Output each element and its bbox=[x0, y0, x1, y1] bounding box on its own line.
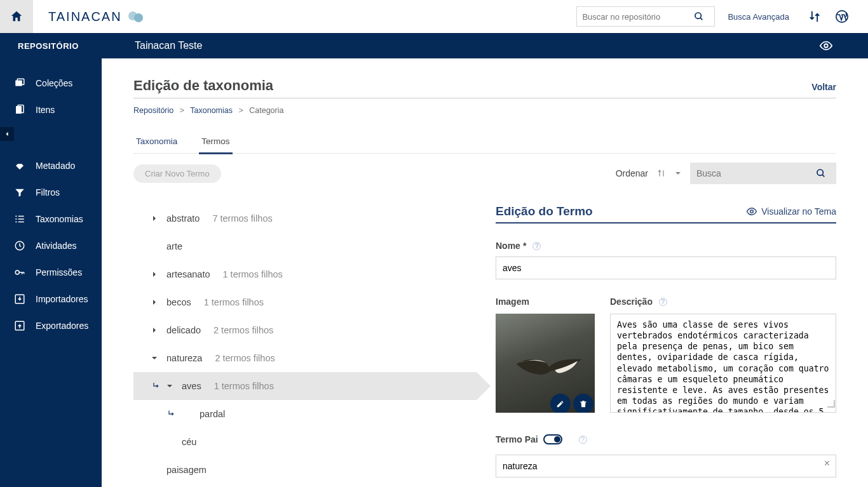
svg-line-24 bbox=[822, 175, 824, 177]
chevron-right-icon[interactable] bbox=[151, 215, 163, 222]
parent-label: Termo Pai bbox=[496, 434, 538, 444]
sidebar-item-taxonomias[interactable]: Taxonomias bbox=[0, 206, 102, 232]
terms-search-input[interactable] bbox=[690, 168, 816, 178]
term-name: arte bbox=[166, 241, 182, 251]
back-link[interactable]: Voltar bbox=[811, 82, 836, 92]
term-name: céu bbox=[182, 437, 196, 447]
sort-icon[interactable] bbox=[808, 10, 821, 23]
section-label: REPOSITÓRIO bbox=[0, 41, 102, 51]
importers-icon bbox=[14, 293, 27, 305]
term-name: aves bbox=[182, 381, 201, 391]
svg-line-3 bbox=[700, 18, 702, 20]
parent-term-input[interactable] bbox=[496, 455, 836, 477]
chevron-right-icon[interactable] bbox=[151, 327, 163, 333]
permissions-icon bbox=[14, 267, 27, 278]
view-in-theme-link[interactable]: Visualizar no Tema bbox=[746, 206, 836, 217]
terms-search[interactable] bbox=[690, 163, 836, 184]
term-name-input[interactable] bbox=[496, 257, 836, 279]
term-name: delicado bbox=[166, 325, 201, 335]
sidebar-item-exportadores[interactable]: Exportadores bbox=[0, 312, 102, 339]
svg-rect-6 bbox=[15, 81, 22, 86]
term-row-abstrato[interactable]: abstrato7 termos filhos bbox=[133, 204, 477, 232]
desc-label: Descrição bbox=[610, 297, 653, 307]
svg-point-5 bbox=[824, 44, 828, 48]
metadata-icon bbox=[14, 160, 27, 171]
page-title: Edição de taxonomia bbox=[133, 77, 273, 94]
edit-term-title: Edição do Termo bbox=[496, 204, 593, 218]
term-row-arte[interactable]: arte bbox=[133, 232, 477, 260]
help-icon[interactable]: ? bbox=[659, 298, 667, 306]
term-children-count: 2 termos filhos bbox=[215, 353, 275, 363]
term-name: pardal bbox=[200, 409, 225, 419]
child-arrow-icon bbox=[166, 409, 177, 419]
term-description-input[interactable] bbox=[610, 314, 836, 413]
sidebar-label: Exportadores bbox=[36, 321, 88, 331]
chevron-right-icon[interactable] bbox=[151, 271, 163, 277]
view-icon[interactable] bbox=[819, 39, 833, 53]
sort-dropdown-icon[interactable] bbox=[675, 170, 681, 177]
term-image bbox=[496, 314, 595, 413]
term-children-count: 1 termos filhos bbox=[214, 381, 274, 391]
help-icon[interactable]: ? bbox=[579, 436, 587, 444]
order-label: Ordenar bbox=[616, 168, 648, 178]
search-icon[interactable] bbox=[816, 168, 836, 178]
sidebar-item-filtros[interactable]: Filtros bbox=[0, 179, 102, 206]
search-icon[interactable] bbox=[694, 11, 714, 22]
breadcrumb: Repositório > Taxonomias > Categoria bbox=[133, 106, 836, 115]
sidebar-item-itens[interactable]: Itens bbox=[0, 97, 102, 123]
logo-text: TAINACAN bbox=[48, 10, 122, 24]
activities-icon bbox=[14, 240, 27, 251]
sidebar-item-importadores[interactable]: Importadores bbox=[0, 286, 102, 312]
chevron-down-icon[interactable] bbox=[151, 355, 163, 361]
term-row-artesanato[interactable]: artesanato1 termos filhos bbox=[133, 260, 477, 288]
sidebar-item-atividades[interactable]: Atividades bbox=[0, 232, 102, 259]
advanced-search-link[interactable]: Busca Avançada bbox=[728, 12, 789, 22]
tab-taxonomia[interactable]: Taxonomia bbox=[133, 137, 180, 153]
svg-point-2 bbox=[695, 13, 701, 18]
new-term-button[interactable]: Criar Novo Termo bbox=[133, 164, 221, 183]
sidebar-item-permissoes[interactable]: Permissões bbox=[0, 259, 102, 286]
tab-termos[interactable]: Termos bbox=[199, 137, 232, 154]
chevron-down-icon[interactable] bbox=[166, 383, 178, 389]
sidebar-label: Taxonomias bbox=[36, 214, 83, 224]
term-row-céu[interactable]: céu bbox=[133, 428, 477, 456]
sort-direction-icon[interactable] bbox=[657, 169, 666, 178]
parent-toggle[interactable] bbox=[543, 434, 562, 444]
term-row-becos[interactable]: becos1 termos filhos bbox=[133, 288, 477, 316]
term-row-aves[interactable]: aves1 termos filhos bbox=[133, 372, 477, 400]
exporters-icon bbox=[14, 320, 27, 331]
required-star: * bbox=[523, 241, 526, 251]
repository-search-input[interactable] bbox=[577, 12, 694, 22]
delete-image-button[interactable] bbox=[573, 394, 593, 413]
collapse-sidebar-button[interactable] bbox=[0, 127, 14, 141]
term-children-count: 1 termos filhos bbox=[204, 297, 264, 307]
help-icon[interactable]: ? bbox=[532, 242, 541, 250]
sidebar-label: Coleções bbox=[36, 78, 72, 88]
breadcrumb-current: Categoria bbox=[249, 106, 283, 115]
term-children-count: 7 termos filhos bbox=[212, 213, 272, 223]
breadcrumb-tax[interactable]: Taxonomias bbox=[190, 106, 233, 115]
sidebar-label: Itens bbox=[36, 105, 55, 115]
clear-icon[interactable]: × bbox=[824, 458, 830, 469]
breadcrumb-repo[interactable]: Repositório bbox=[133, 106, 173, 115]
term-row-paisagem[interactable]: paisagem bbox=[133, 456, 477, 484]
sidebar-label: Permissões bbox=[36, 267, 82, 277]
logo-icon bbox=[127, 10, 145, 23]
term-row-natureza[interactable]: natureza2 termos filhos bbox=[133, 344, 477, 372]
edit-image-button[interactable] bbox=[550, 394, 571, 413]
wordpress-icon[interactable] bbox=[835, 10, 849, 23]
sidebar-label: Importadores bbox=[36, 294, 88, 304]
term-children-count: 2 termos filhos bbox=[214, 325, 273, 335]
sidebar-item-colecoes[interactable]: Coleções bbox=[0, 70, 102, 97]
term-name: becos bbox=[166, 297, 191, 307]
term-row-delicado[interactable]: delicado2 termos filhos bbox=[133, 316, 477, 344]
sidebar-label: Metadado bbox=[36, 161, 75, 171]
home-button[interactable] bbox=[0, 0, 33, 33]
term-name: natureza bbox=[166, 353, 202, 363]
repository-search[interactable] bbox=[576, 6, 715, 27]
term-row-pardal[interactable]: pardal bbox=[133, 400, 477, 428]
sidebar-item-metadado[interactable]: Metadado bbox=[0, 152, 102, 179]
chevron-right-icon[interactable] bbox=[151, 299, 163, 305]
svg-point-1 bbox=[134, 13, 143, 22]
collection-title: Tainacan Teste bbox=[102, 40, 819, 51]
